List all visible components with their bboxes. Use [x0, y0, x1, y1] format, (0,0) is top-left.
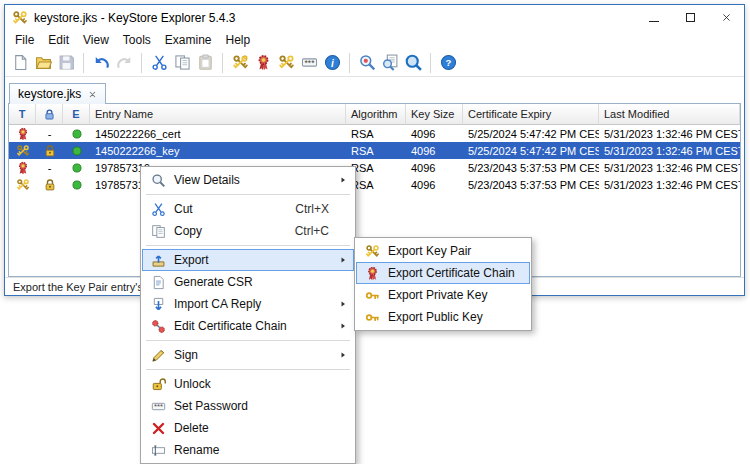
redo-button[interactable]	[113, 52, 135, 74]
certificate-icon	[363, 266, 381, 281]
table-row-1450222266-cert[interactable]: -1450222266_certRSA40965/25/2024 5:47:42…	[9, 125, 740, 142]
table-row-197857319[interactable]: -197857319RSA40965/23/2043 5:37:53 PM CE…	[9, 159, 740, 176]
context-menu-item-generate-csr[interactable]: Generate CSR	[142, 271, 354, 293]
algorithm-cell: RSA	[346, 145, 406, 157]
svg-text:***: ***	[154, 402, 163, 411]
info-icon: i	[324, 54, 341, 71]
context-menu-item-copy[interactable]: CopyCtrl+C	[142, 220, 354, 242]
context-menu-item-set-password[interactable]: ***Set Password	[142, 395, 354, 417]
toolbar-separator	[222, 53, 223, 73]
import-key-pair-button[interactable]	[275, 52, 297, 74]
column-header-e[interactable]: E	[63, 104, 90, 125]
table-row-1450222266-key[interactable]: 1450222266_keyRSA40965/25/2024 5:47:42 P…	[9, 142, 740, 159]
key-size-cell: 4096	[406, 145, 463, 157]
context-menu-item-delete[interactable]: Delete	[142, 417, 354, 439]
keystore-properties-button[interactable]: i	[321, 52, 343, 74]
menu-help[interactable]: Help	[219, 31, 258, 49]
menu-item-shortcut: Ctrl+X	[295, 202, 329, 216]
keypair-new-icon	[232, 54, 249, 71]
view-details-icon	[149, 173, 167, 188]
import-trusted-certificate-button[interactable]	[252, 52, 274, 74]
copy-button[interactable]	[171, 52, 193, 74]
context-menu-item-edit-certificate-chain[interactable]: Edit Certificate Chain	[142, 315, 354, 337]
tab-close-icon[interactable]	[88, 90, 97, 99]
context-menu-item-export[interactable]: Export	[142, 249, 354, 271]
minimize-button[interactable]	[636, 5, 672, 30]
menu-file[interactable]: File	[8, 31, 41, 49]
key-size-cell: 4096	[406, 179, 463, 191]
help-icon: ?	[440, 54, 457, 71]
paste-button[interactable]	[194, 52, 216, 74]
column-header-entry-name[interactable]: Entry Name	[90, 104, 346, 125]
cut-button[interactable]	[148, 52, 170, 74]
expiry-status-cell	[63, 144, 90, 158]
cut-icon	[151, 54, 168, 71]
green-dot-icon	[70, 161, 84, 175]
sign-icon	[149, 348, 167, 363]
column-header-label: Certificate Expiry	[468, 108, 551, 120]
menu-tools[interactable]: Tools	[116, 31, 158, 49]
menu-examine[interactable]: Examine	[158, 31, 219, 49]
lock-status-dash: -	[48, 162, 52, 174]
menu-edit[interactable]: Edit	[41, 31, 76, 49]
menu-item-label: Export	[174, 253, 209, 267]
column-header-label: Entry Name	[95, 108, 153, 120]
export-submenu-item-export-certificate-chain[interactable]: Export Certificate Chain	[356, 262, 530, 284]
column-header-label: Algorithm	[351, 108, 397, 120]
menu-separator	[146, 340, 350, 341]
tab-keystore-jks[interactable]: keystore.jks	[9, 83, 106, 104]
menu-item-label: Copy	[174, 224, 202, 238]
unlock-icon	[149, 377, 167, 392]
column-header-last-modified[interactable]: Last Modified	[599, 104, 740, 125]
submenu-arrow-icon	[339, 176, 347, 184]
column-header-lock[interactable]	[36, 104, 63, 125]
context-menu-item-cut[interactable]: CutCtrl+X	[142, 198, 354, 220]
close-button[interactable]	[708, 5, 744, 30]
new-keystore-button[interactable]	[9, 52, 31, 74]
certificate-expiry-cell: 5/25/2024 5:47:42 PM CEST	[463, 145, 599, 157]
column-header-certificate-expiry[interactable]: Certificate Expiry	[463, 104, 599, 125]
column-header-algorithm[interactable]: Algorithm	[346, 104, 406, 125]
copy-icon	[149, 224, 167, 239]
expiry-status-cell	[63, 161, 90, 175]
certificate-expiry-cell: 5/25/2024 5:47:42 PM CEST	[463, 128, 599, 140]
context-menu-item-rename[interactable]: Rename	[142, 439, 354, 461]
set-keystore-password-button[interactable]: ***	[298, 52, 320, 74]
help-button[interactable]: ?	[437, 52, 459, 74]
open-keystore-button[interactable]	[32, 52, 54, 74]
maximize-button[interactable]	[672, 5, 708, 30]
edit-cert-chain-icon	[149, 319, 167, 334]
app-icon	[12, 10, 28, 26]
undo-icon	[93, 54, 110, 71]
undo-button[interactable]	[90, 52, 112, 74]
table-row-197857319[interactable]: 197857319RSA40965/23/2043 5:37:53 PM CES…	[9, 176, 740, 193]
table-body: -1450222266_certRSA40965/25/2024 5:47:42…	[9, 125, 740, 193]
rename-icon	[149, 443, 167, 458]
generate-key-pair-button[interactable]	[229, 52, 251, 74]
export-submenu-item-export-public-key[interactable]: Export Public Key	[356, 306, 530, 328]
column-header-t[interactable]: T	[9, 104, 36, 125]
menu-view[interactable]: View	[76, 31, 116, 49]
export-submenu-item-export-private-key[interactable]: Export Private Key	[356, 284, 530, 306]
entry-type-cell	[9, 178, 36, 192]
context-menu-item-import-ca-reply[interactable]: Import CA Reply	[142, 293, 354, 315]
menu-item-label: Cut	[174, 202, 193, 216]
context-menu-item-view-details[interactable]: View Details	[142, 169, 354, 191]
export-submenu-item-export-key-pair[interactable]: Export Key Pair	[356, 240, 530, 262]
expiry-status-cell	[63, 127, 90, 141]
examine-certificate-button[interactable]	[356, 52, 378, 74]
examine-crl-button[interactable]	[379, 52, 401, 74]
certificate-icon	[16, 161, 30, 175]
certificate-expiry-cell: 5/23/2043 5:37:53 PM CEST	[463, 179, 599, 191]
copy-icon	[174, 54, 191, 71]
context-menu-item-sign[interactable]: Sign	[142, 344, 354, 366]
menu-item-label: Export Public Key	[388, 310, 483, 324]
context-menu-item-unlock[interactable]: Unlock	[142, 373, 354, 395]
save-keystore-button[interactable]	[55, 52, 77, 74]
detect-file-type-button[interactable]	[402, 52, 424, 74]
menu-item-label: View Details	[174, 173, 240, 187]
lock-status-cell: -	[36, 162, 63, 174]
column-header-key-size[interactable]: Key Size	[406, 104, 463, 125]
menu-item-label: Sign	[174, 348, 198, 362]
keypair-icon	[278, 54, 295, 71]
